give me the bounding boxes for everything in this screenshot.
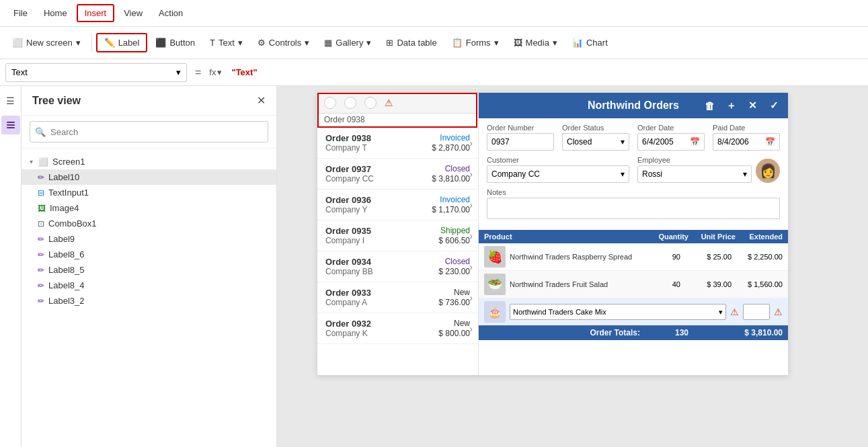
text-button[interactable]: T Text ▾ xyxy=(203,34,249,51)
screen-icon: ⬜ xyxy=(12,38,23,48)
media-button[interactable]: 🖼 Media ▾ xyxy=(507,34,564,51)
search-input[interactable] xyxy=(30,121,268,143)
label8-6-icon: ✏ xyxy=(38,250,44,259)
employee-input[interactable]: Rossi ▾ xyxy=(637,165,752,183)
dot-1 xyxy=(324,97,336,109)
order-company: Company A xyxy=(325,298,367,307)
order-num: Order 0936 xyxy=(325,195,371,205)
notes-field: Notes xyxy=(487,188,780,219)
menu-insert[interactable]: Insert xyxy=(77,4,115,22)
order-amount: $ 230.00 xyxy=(438,267,470,276)
data-table-button[interactable]: ⊞ Data table xyxy=(379,34,443,51)
tree-view-title: Tree view xyxy=(32,95,81,107)
order-amount: $ 800.00 xyxy=(438,329,470,338)
order-number-value: 0937 xyxy=(491,137,510,147)
toolbar-sep-1 xyxy=(91,34,92,52)
button-button[interactable]: ⬛ Button xyxy=(149,34,202,51)
menu-view[interactable]: View xyxy=(117,5,149,21)
tree-item-label3-2[interactable]: ✏ Label3_2 xyxy=(22,293,276,309)
calendar-icon: 📅 xyxy=(690,137,700,147)
controls-chevron-icon: ▾ xyxy=(305,38,309,48)
order-number-input[interactable]: 0937 xyxy=(487,133,554,151)
sidebar-menu-icon[interactable]: ☰ xyxy=(1,91,20,110)
list-item[interactable]: Order 0933 New Company A $ 736.00 › xyxy=(317,282,478,313)
order-nav-arrow: › xyxy=(469,261,473,272)
tree-item-image4[interactable]: 🖼 Image4 xyxy=(22,200,276,216)
tree-item-label9[interactable]: ✏ Label9 xyxy=(22,231,276,247)
data-table-icon: ⊞ xyxy=(386,38,393,48)
list-item[interactable]: Order 0934 Closed Company BB $ 230.00 › xyxy=(317,251,478,282)
formula-value[interactable]: "Text" xyxy=(226,67,262,77)
dot-2 xyxy=(344,97,356,109)
order-date-input[interactable]: 6/4/2005 📅 xyxy=(637,133,705,151)
order-status: New xyxy=(454,319,470,329)
list-item[interactable]: Order 0936 Invoiced Company Y $ 1,170.00… xyxy=(317,190,478,220)
gallery-button[interactable]: ▦ Gallery ▾ xyxy=(317,34,378,51)
tree-close-button[interactable]: ✕ xyxy=(257,94,266,107)
delete-icon[interactable]: 🗑 xyxy=(701,97,718,114)
textinput1-label: TextInput1 xyxy=(48,188,89,198)
menu-file[interactable]: File xyxy=(7,5,34,21)
list-item[interactable]: Order 0938 Invoiced Company T $ 2,870.00… xyxy=(317,128,478,159)
label-icon: ✏ xyxy=(38,173,44,182)
label3-2-icon: ✏ xyxy=(38,296,44,306)
tree-item-label10[interactable]: ✏ Label10 xyxy=(22,169,276,185)
paid-date-input[interactable]: 8/4/2006 📅 xyxy=(713,133,780,151)
new-screen-button[interactable]: ⬜ New screen ▾ xyxy=(5,34,87,51)
list-item[interactable]: Order 0937 Closed Company CC $ 3,810.00 … xyxy=(317,159,478,190)
chart-button[interactable]: 📊 Chart xyxy=(565,34,615,51)
menu-action[interactable]: Action xyxy=(152,5,190,21)
edit-warning-icon-left: ⚠ xyxy=(730,307,739,317)
menu-home[interactable]: Home xyxy=(37,5,74,21)
label8-6-label: Label8_6 xyxy=(48,249,85,259)
customer-field: Customer Company CC ▾ xyxy=(487,156,629,183)
order-status-field: Order Status Closed ▾ xyxy=(562,124,629,151)
order-status: Closed xyxy=(445,257,470,267)
add-icon[interactable]: ＋ xyxy=(722,97,740,114)
tree-item-screen1[interactable]: ▾ ⬜ Screen1 xyxy=(22,154,276,169)
app-preview: ⚠ Order 0938 Order 0938 Invoiced Company… xyxy=(317,93,788,375)
controls-button[interactable]: ⚙ Controls ▾ xyxy=(251,34,316,51)
formula-bar: Text ▾ = fx ▾ "Text" xyxy=(0,59,868,86)
text-chevron-icon: ▾ xyxy=(238,38,243,48)
main-area: ☰ Tree view ✕ 🔍 ▾ ⬜ Screen1 xyxy=(0,86,868,447)
equals-symbol: = xyxy=(191,67,205,79)
canvas-area[interactable]: ⚠ Order 0938 Order 0938 Invoiced Company… xyxy=(277,86,868,447)
tree-item-combobox1[interactable]: ⊡ ComboBox1 xyxy=(22,216,276,231)
formula-selector[interactable]: Text ▾ xyxy=(5,63,187,82)
label8-4-label: Label8_4 xyxy=(48,280,85,290)
fx-button[interactable]: fx ▾ xyxy=(209,67,222,77)
image4-label: Image4 xyxy=(50,203,79,213)
order-status: Shipped xyxy=(440,226,470,236)
totals-label: Order Totals: xyxy=(484,328,648,337)
combobox1-label: ComboBox1 xyxy=(48,218,97,229)
sidebar-icons: ☰ xyxy=(0,86,22,447)
detail-form: Order Number 0937 Order Status Closed ▾ xyxy=(479,118,788,230)
confirm-icon[interactable]: ✓ xyxy=(765,97,783,114)
edit-quantity-input[interactable] xyxy=(743,304,770,320)
sidebar-layers-icon[interactable] xyxy=(1,116,20,134)
textinput-icon: ⊟ xyxy=(38,188,44,198)
controls-icon: ⚙ xyxy=(258,38,266,48)
notes-input[interactable] xyxy=(487,198,780,219)
tree-item-label8-6[interactable]: ✏ Label8_6 xyxy=(22,247,276,262)
tree-item-label8-5[interactable]: ✏ Label8_5 xyxy=(22,262,276,278)
list-item[interactable]: Order 0935 Shipped Company I $ 606.50 › xyxy=(317,220,478,251)
label-button[interactable]: ✏️ Label xyxy=(96,33,148,52)
product-dropdown[interactable]: Northwind Traders Cake Mix ▾ xyxy=(510,304,726,320)
warning-icon: ⚠ xyxy=(385,97,393,108)
customer-input[interactable]: Company CC ▾ xyxy=(487,165,629,183)
order-status-input[interactable]: Closed ▾ xyxy=(562,133,629,151)
tree-item-label8-4[interactable]: ✏ Label8_4 xyxy=(22,278,276,293)
forms-button[interactable]: 📋 Forms ▾ xyxy=(445,34,506,51)
totals-extended: $ 3,810.00 xyxy=(736,328,783,337)
paid-date-value: 8/4/2006 xyxy=(717,137,749,147)
detail-panel: Northwind Orders 🗑 ＋ ✕ ✓ Order Number xyxy=(479,93,788,375)
tree-item-textinput1[interactable]: ⊟ TextInput1 xyxy=(22,185,276,200)
order-nav-arrow: › xyxy=(469,169,473,179)
order-amount: $ 1,170.00 xyxy=(432,205,470,214)
paid-date-label: Paid Date xyxy=(713,124,780,132)
close-icon[interactable]: ✕ xyxy=(744,97,761,114)
list-item[interactable]: Order 0932 New Company K $ 800.00 › xyxy=(317,313,478,344)
order-company: Company K xyxy=(325,329,368,338)
